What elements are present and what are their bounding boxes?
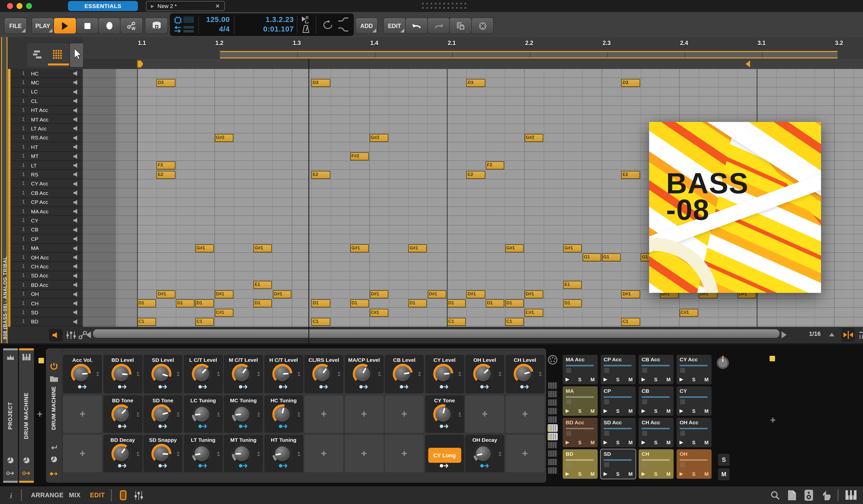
pad-solo[interactable]: S [654,440,658,445]
pad-play[interactable]: ▶ [604,408,607,414]
note-E1[interactable]: E1 [563,281,582,289]
pad-solo[interactable]: S [692,408,695,414]
grid-size-value[interactable]: 1/16 [809,330,821,337]
note-D1[interactable]: D1 [196,299,214,307]
track-row-LC[interactable]: 1LC [8,87,82,97]
note-D3[interactable]: D3 [466,79,485,87]
drum-pad-oh-acc[interactable]: OH Acc▶SM [677,418,712,447]
expression-grid-icon[interactable] [548,399,557,406]
zoom-window-button[interactable] [26,3,32,9]
note-D1[interactable]: D1 [505,299,524,307]
note-C#1[interactable]: C#1 [215,308,233,317]
workspace-button[interactable]: ESSENTIALS [68,1,138,11]
clip-region-bar[interactable] [220,51,838,59]
pad-mute[interactable]: M [628,440,633,445]
tab-close-icon[interactable]: ✕ [215,3,220,9]
track-speaker-icon[interactable] [73,172,79,177]
track-speaker-icon[interactable] [73,144,79,149]
track-speaker-icon[interactable] [73,245,79,251]
expression-grid-icon[interactable] [548,433,557,440]
note-E1[interactable]: E1 [253,281,272,289]
search-icon[interactable] [771,491,779,500]
hand-tool-icon[interactable] [822,490,831,500]
pad-play[interactable]: ▶ [566,471,569,477]
browser-button[interactable] [146,18,167,34]
note-C#1[interactable]: C#1 [679,308,698,317]
pad-play[interactable]: ▶ [642,471,645,477]
track-row-MT[interactable]: 1MT [8,152,82,161]
pad-solo[interactable]: S [692,471,695,477]
note-D3[interactable]: D3 [621,79,640,87]
pad-mute[interactable]: M [628,408,633,414]
track-speaker-icon[interactable] [73,218,79,223]
close-window-button[interactable] [7,3,13,9]
pad-solo[interactable]: S [616,408,620,414]
drum-pad-bd[interactable]: BD▶SM [563,449,598,479]
note-C#1[interactable]: C#1 [370,308,388,317]
note-D1[interactable]: D1 [447,299,466,307]
track-row-RS Acc[interactable]: 1RS Acc [8,134,82,143]
note-list-view-icon[interactable] [33,50,41,59]
pad-play[interactable]: ▶ [679,377,683,382]
expression-grid-icon[interactable] [548,425,557,431]
track-speaker-icon[interactable] [73,190,79,196]
track-speaker-icon[interactable] [73,264,79,269]
add-menu-button[interactable]: ADD [356,18,377,34]
pad-play[interactable]: ▶ [604,440,607,445]
note-C1[interactable]: C1 [447,318,466,326]
drum-pad-sd-acc[interactable]: SD Acc▶SM [601,418,636,447]
pad-solo[interactable]: S [654,377,658,382]
track-speaker-icon[interactable] [73,181,79,186]
track-row-OH[interactable]: 1OH [8,290,82,299]
pad-play[interactable]: ▶ [642,408,645,414]
track-speaker-icon[interactable] [73,319,79,324]
note-G#1[interactable]: G#1 [350,244,369,252]
redo-button[interactable] [428,18,449,34]
delete-button[interactable] [472,18,493,34]
note-D#1[interactable]: D#1 [273,290,291,298]
metronome-icon[interactable] [302,25,309,33]
drum-pad-ch-acc[interactable]: CH Acc▶SM [639,418,674,447]
drum-pad-ma[interactable]: MA▶SM [563,386,598,416]
note-G1[interactable]: G1 [602,253,621,261]
note-D3[interactable]: D3 [312,79,330,87]
drum-pad-cb-acc[interactable]: CB Acc▶SM [639,355,674,384]
drum-pad-cp-acc[interactable]: CP Acc▶SM [601,355,636,384]
track-row-CB[interactable]: 1CB [8,225,82,235]
pad-solo[interactable]: S [654,471,658,477]
clip-tab[interactable]: 808 (BASS-08) - ANALOG TRIBAL [1,37,8,343]
track-row-RS[interactable]: 1RS [8,170,82,179]
pad-play[interactable]: ▶ [604,377,607,382]
pad-solo[interactable]: S [616,440,620,445]
note-G#1[interactable]: G#1 [408,244,427,252]
track-row-BD Acc[interactable]: 1BD Acc [8,280,82,290]
note-G#2[interactable]: G#2 [524,134,543,142]
file-icon[interactable] [788,490,796,500]
note-D#1[interactable]: D#1 [157,290,175,298]
drum-pad-cy[interactable]: CY▶SM [677,386,712,416]
track-speaker-icon[interactable] [73,255,79,260]
drum-grid-view-icon[interactable] [53,50,62,59]
document-tab[interactable]: ▶ New 2 * ✕ [146,1,225,11]
expression-grid-icon[interactable] [548,416,557,423]
note-D1[interactable]: D1 [563,299,582,307]
track-row-SD Acc[interactable]: 1SD Acc [8,272,82,281]
audition-button[interactable] [49,329,62,341]
pad-mute-button[interactable]: M [718,468,729,480]
note-C1[interactable]: C1 [505,318,524,326]
pad-solo[interactable]: S [578,377,581,382]
note-C#1[interactable]: C#1 [524,308,543,317]
note-D1[interactable]: D1 [253,299,272,307]
track-speaker-icon[interactable] [73,301,79,306]
note-C1[interactable]: C1 [137,318,156,326]
pad-play[interactable]: ▶ [566,408,569,414]
horizontal-scrollbar[interactable] [93,329,779,338]
note-F2[interactable]: F2 [486,161,504,169]
track-row-CB Acc[interactable]: 1CB Acc [8,188,82,198]
track-speaker-icon[interactable] [73,292,79,297]
note-F2[interactable]: F2 [157,161,175,169]
edit-menu-button[interactable]: EDIT [384,18,405,34]
expression-grid-icon[interactable] [548,391,557,397]
monitor-speaker-icon[interactable] [804,490,813,501]
pad-mute[interactable]: M [590,471,595,477]
